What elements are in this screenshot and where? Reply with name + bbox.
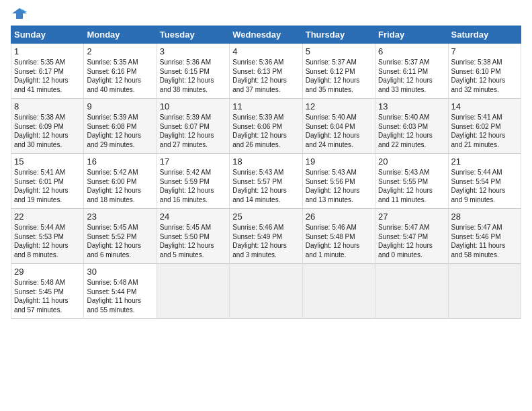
table-row: 22Sunrise: 5:44 AMSunset: 5:53 PMDayligh… [11, 209, 84, 264]
table-row: 25Sunrise: 5:46 AMSunset: 5:49 PMDayligh… [230, 209, 302, 264]
table-row [448, 264, 521, 319]
cell-info: Sunrise: 5:45 AMSunset: 5:52 PMDaylight:… [87, 224, 141, 259]
cell-info: Sunrise: 5:40 AMSunset: 6:03 PMDaylight:… [378, 113, 433, 148]
calendar-table: Sunday Monday Tuesday Wednesday Thursday… [11, 26, 521, 319]
day-number: 6 [378, 46, 445, 56]
table-row: 1Sunrise: 5:35 AMSunset: 6:17 PMDaylight… [11, 44, 84, 99]
cell-info: Sunrise: 5:48 AMSunset: 5:45 PMDaylight:… [14, 279, 69, 314]
cell-info: Sunrise: 5:46 AMSunset: 5:48 PMDaylight:… [306, 224, 360, 259]
svg-marker-0 [12, 8, 27, 19]
logo-bird-icon [12, 7, 27, 21]
table-row: 13Sunrise: 5:40 AMSunset: 6:03 PMDayligh… [375, 99, 448, 154]
cell-info: Sunrise: 5:37 AMSunset: 6:11 PMDaylight:… [378, 58, 433, 93]
table-row: 5Sunrise: 5:37 AMSunset: 6:12 PMDaylight… [302, 44, 375, 99]
table-row: 19Sunrise: 5:43 AMSunset: 5:56 PMDayligh… [302, 154, 375, 209]
cell-info: Sunrise: 5:45 AMSunset: 5:50 PMDaylight:… [160, 224, 214, 259]
cell-info: Sunrise: 5:35 AMSunset: 6:16 PMDaylight:… [87, 58, 141, 93]
cell-info: Sunrise: 5:46 AMSunset: 5:49 PMDaylight:… [232, 224, 287, 259]
day-number: 1 [14, 46, 81, 56]
table-row: 28Sunrise: 5:47 AMSunset: 5:46 PMDayligh… [448, 209, 521, 264]
col-friday: Friday [375, 26, 448, 44]
day-number: 5 [306, 46, 372, 56]
cell-info: Sunrise: 5:48 AMSunset: 5:44 PMDaylight:… [87, 279, 141, 314]
day-number: 25 [232, 212, 299, 222]
table-row: 9Sunrise: 5:39 AMSunset: 6:08 PMDaylight… [84, 99, 157, 154]
day-number: 21 [451, 156, 518, 167]
table-row [230, 264, 302, 319]
cell-info: Sunrise: 5:36 AMSunset: 6:13 PMDaylight:… [232, 58, 287, 93]
day-number: 24 [160, 212, 226, 222]
table-row: 30Sunrise: 5:48 AMSunset: 5:44 PMDayligh… [84, 264, 157, 319]
table-row [302, 264, 375, 319]
day-number: 18 [232, 156, 299, 167]
calendar-body: 1Sunrise: 5:35 AMSunset: 6:17 PMDaylight… [11, 44, 521, 319]
day-number: 3 [160, 46, 226, 56]
table-row: 14Sunrise: 5:41 AMSunset: 6:02 PMDayligh… [448, 99, 521, 154]
calendar-header: Sunday Monday Tuesday Wednesday Thursday… [11, 26, 521, 44]
cell-info: Sunrise: 5:42 AMSunset: 5:59 PMDaylight:… [160, 169, 214, 203]
day-number: 7 [451, 46, 518, 56]
table-row: 26Sunrise: 5:46 AMSunset: 5:48 PMDayligh… [302, 209, 375, 264]
table-row: 20Sunrise: 5:43 AMSunset: 5:55 PMDayligh… [375, 154, 448, 209]
cell-info: Sunrise: 5:40 AMSunset: 6:04 PMDaylight:… [306, 113, 360, 148]
day-number: 17 [160, 156, 226, 167]
cell-info: Sunrise: 5:36 AMSunset: 6:15 PMDaylight:… [160, 58, 214, 93]
cell-info: Sunrise: 5:44 AMSunset: 5:54 PMDaylight:… [451, 169, 506, 203]
day-number: 19 [306, 156, 372, 167]
day-number: 29 [14, 267, 81, 277]
cell-info: Sunrise: 5:44 AMSunset: 5:53 PMDaylight:… [14, 224, 69, 259]
cell-info: Sunrise: 5:38 AMSunset: 6:10 PMDaylight:… [451, 58, 506, 93]
table-row: 15Sunrise: 5:41 AMSunset: 6:01 PMDayligh… [11, 154, 84, 209]
col-monday: Monday [84, 26, 157, 44]
cell-info: Sunrise: 5:43 AMSunset: 5:57 PMDaylight:… [232, 169, 287, 203]
day-number: 13 [378, 101, 445, 111]
day-number: 9 [87, 101, 153, 111]
cell-info: Sunrise: 5:38 AMSunset: 6:09 PMDaylight:… [14, 113, 69, 148]
col-saturday: Saturday [448, 26, 521, 44]
cell-info: Sunrise: 5:41 AMSunset: 6:01 PMDaylight:… [14, 169, 69, 203]
col-thursday: Thursday [302, 26, 375, 44]
table-row [157, 264, 229, 319]
cell-info: Sunrise: 5:39 AMSunset: 6:07 PMDaylight:… [160, 113, 214, 148]
table-row: 8Sunrise: 5:38 AMSunset: 6:09 PMDaylight… [11, 99, 84, 154]
day-number: 4 [232, 46, 299, 56]
day-number: 8 [14, 101, 81, 111]
table-row: 11Sunrise: 5:39 AMSunset: 6:06 PMDayligh… [230, 99, 302, 154]
day-number: 10 [160, 101, 226, 111]
day-number: 15 [14, 156, 81, 167]
table-row: 16Sunrise: 5:42 AMSunset: 6:00 PMDayligh… [84, 154, 157, 209]
cell-info: Sunrise: 5:47 AMSunset: 5:46 PMDaylight:… [451, 224, 506, 259]
cell-info: Sunrise: 5:37 AMSunset: 6:12 PMDaylight:… [306, 58, 360, 93]
col-sunday: Sunday [11, 26, 84, 44]
day-number: 12 [306, 101, 372, 111]
cell-info: Sunrise: 5:39 AMSunset: 6:06 PMDaylight:… [232, 113, 287, 148]
day-number: 27 [378, 212, 445, 222]
day-number: 2 [87, 46, 153, 56]
cell-info: Sunrise: 5:39 AMSunset: 6:08 PMDaylight:… [87, 113, 141, 148]
day-number: 30 [87, 267, 153, 277]
table-row: 23Sunrise: 5:45 AMSunset: 5:52 PMDayligh… [84, 209, 157, 264]
table-row: 6Sunrise: 5:37 AMSunset: 6:11 PMDaylight… [375, 44, 448, 99]
day-number: 22 [14, 212, 81, 222]
day-number: 11 [232, 101, 299, 111]
col-tuesday: Tuesday [157, 26, 229, 44]
table-row: 2Sunrise: 5:35 AMSunset: 6:16 PMDaylight… [84, 44, 157, 99]
table-row [375, 264, 448, 319]
cell-info: Sunrise: 5:43 AMSunset: 5:55 PMDaylight:… [378, 169, 433, 203]
table-row: 12Sunrise: 5:40 AMSunset: 6:04 PMDayligh… [302, 99, 375, 154]
day-number: 28 [451, 212, 518, 222]
day-number: 14 [451, 101, 518, 111]
table-row: 29Sunrise: 5:48 AMSunset: 5:45 PMDayligh… [11, 264, 84, 319]
table-row: 21Sunrise: 5:44 AMSunset: 5:54 PMDayligh… [448, 154, 521, 209]
day-number: 26 [306, 212, 372, 222]
day-number: 20 [378, 156, 445, 167]
cell-info: Sunrise: 5:43 AMSunset: 5:56 PMDaylight:… [306, 169, 360, 203]
page: Sunday Monday Tuesday Wednesday Thursday… [0, 0, 532, 411]
table-row: 7Sunrise: 5:38 AMSunset: 6:10 PMDaylight… [448, 44, 521, 99]
table-row: 24Sunrise: 5:45 AMSunset: 5:50 PMDayligh… [157, 209, 229, 264]
table-row: 18Sunrise: 5:43 AMSunset: 5:57 PMDayligh… [230, 154, 302, 209]
cell-info: Sunrise: 5:47 AMSunset: 5:47 PMDaylight:… [378, 224, 433, 259]
table-row: 10Sunrise: 5:39 AMSunset: 6:07 PMDayligh… [157, 99, 229, 154]
header [11, 7, 521, 21]
cell-info: Sunrise: 5:41 AMSunset: 6:02 PMDaylight:… [451, 113, 506, 148]
